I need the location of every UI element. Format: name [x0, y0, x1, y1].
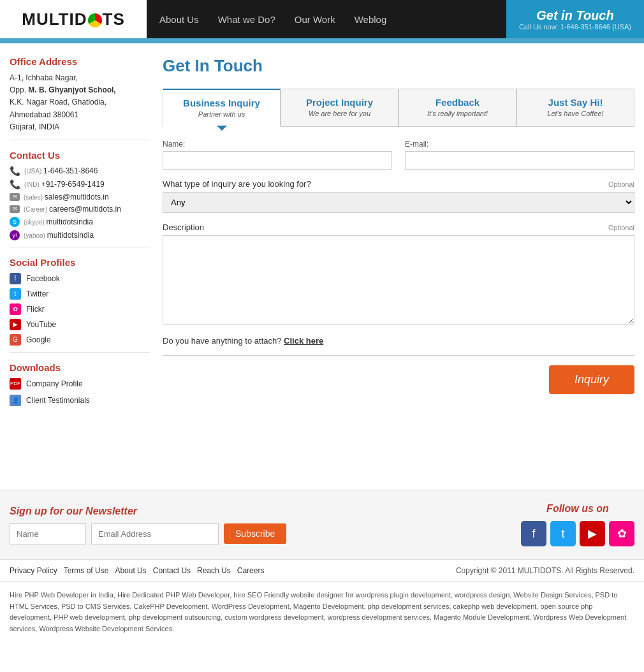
tab-feedback[interactable]: Feedback It's really important! [399, 89, 516, 127]
social-facebook[interactable]: f Facebook [10, 273, 150, 284]
phone-ind[interactable]: 📞 (IND) +91-79-6549-1419 [10, 179, 150, 189]
pdf-icon: PDF [10, 378, 21, 390]
tabs: Business Inquiry Partner with us Project… [163, 89, 634, 127]
email-label: E-mail: [405, 140, 634, 149]
yahoo-contact[interactable]: y! (yahoo) multidotsindia [10, 230, 150, 240]
tab-business[interactable]: Business Inquiry Partner with us [163, 89, 281, 127]
submit-button[interactable]: Inquiry [549, 365, 634, 394]
footer-careers[interactable]: Careers [237, 566, 265, 575]
follow-facebook[interactable]: f [521, 521, 546, 546]
nav-weblog[interactable]: Weblog [355, 14, 387, 25]
logo-area[interactable]: MULTIDTS [0, 0, 147, 38]
attach-link[interactable]: Click here [284, 336, 323, 346]
main-nav: About Us What we Do? Our Work Weblog [147, 14, 506, 25]
inquiry-type-label: What type of inquiry are you looking for… [163, 179, 311, 189]
contact-title: Contact Us [10, 150, 150, 161]
twitter-icon: t [10, 288, 21, 300]
content-area: Get In Touch Business Inquiry Partner wi… [163, 56, 634, 477]
google-icon: G [10, 334, 21, 346]
phone-usa[interactable]: 📞 (USA) 1-646-351-8646 [10, 166, 150, 176]
description-optional: Optional [608, 224, 634, 231]
follow-youtube[interactable]: ▶ [580, 521, 605, 546]
newsletter-name-input[interactable] [10, 523, 86, 544]
email-input[interactable] [405, 151, 634, 170]
social-flickr[interactable]: ✿ Flickr [10, 303, 150, 315]
follow-title: Follow us on [521, 503, 634, 515]
inquiry-type-select[interactable]: Any Business Inquiry Project Inquiry Fee… [163, 192, 634, 213]
facebook-icon: f [10, 273, 21, 284]
follow-twitter[interactable]: t [550, 521, 576, 546]
address-text: A-1, Ichhaba Nagar, Opp. M. B. Ghyanjyot… [10, 72, 150, 133]
nav-about[interactable]: About Us [159, 14, 199, 25]
footer-contact[interactable]: Contact Us [153, 566, 191, 575]
cta-sub-text: Call Us now: 1-646-351-8646 (USA) [519, 23, 631, 31]
footer-about[interactable]: About Us [115, 566, 146, 575]
newsletter-section: Sign up for our Newsletter Subscribe Fol… [0, 490, 644, 559]
page-title: Get In Touch [163, 56, 634, 76]
cta-button[interactable]: Get in Touch Call Us now: 1-646-351-8646… [506, 0, 644, 38]
header: MULTIDTS About Us What we Do? Our Work W… [0, 0, 644, 38]
person-icon: 👤 [10, 395, 21, 406]
footer-copyright: Copyright © 2011 MULTIDOTS. All Rights R… [456, 566, 634, 575]
newsletter-right: Follow us on f t ▶ ✿ [521, 503, 634, 546]
tab-project[interactable]: Project Inquiry We are here for you [281, 89, 399, 127]
newsletter-form: Subscribe [10, 523, 286, 544]
name-input[interactable] [163, 151, 392, 170]
logo[interactable]: MULTIDTS [22, 10, 125, 29]
download-testimonials[interactable]: 👤 Client Testimonials [10, 395, 150, 406]
attach-row: Do you have anything to attach? Click he… [163, 336, 634, 346]
description-label: Description [163, 223, 204, 232]
footer-reach[interactable]: Reach Us [197, 566, 231, 575]
skype-contact[interactable]: S (skype) multidotsindia [10, 217, 150, 227]
social-twitter[interactable]: t Twitter [10, 288, 150, 300]
downloads-title: Downloads [10, 362, 150, 373]
nav-work[interactable]: Our Work [295, 14, 335, 25]
phone-icon: 📞 [10, 166, 20, 176]
skype-icon: S [10, 217, 20, 227]
sidebar: Office Address A-1, Ichhaba Nagar, Opp. … [10, 56, 150, 477]
social-google[interactable]: G Google [10, 334, 150, 346]
follow-flickr[interactable]: ✿ [609, 521, 634, 546]
footer-seo: Hire PHP Web Developer in India, Hire De… [0, 581, 644, 642]
tab-sayhii[interactable]: Just Say Hi! Let's have Coffee! [516, 89, 634, 127]
nav-what[interactable]: What we Do? [218, 14, 275, 25]
name-label: Name: [163, 140, 392, 149]
newsletter-title: Sign up for our Newsletter [10, 506, 286, 517]
social-youtube[interactable]: ▶ YouTube [10, 319, 150, 330]
address-line2: Opp. M. B. Ghyanjyot School, [10, 85, 116, 94]
blue-strip [0, 38, 644, 43]
youtube-icon: ▶ [10, 319, 21, 330]
description-textarea[interactable] [163, 235, 634, 325]
phone-icon-2: 📞 [10, 179, 20, 189]
email-icon-2: ✉ [10, 205, 20, 213]
main-wrapper: Office Address A-1, Ichhaba Nagar, Opp. … [0, 43, 644, 490]
email-career[interactable]: ✉ (Career) careers@multidots.in [10, 205, 150, 214]
follow-icons: f t ▶ ✿ [521, 521, 634, 546]
footer-links: Privacy Policy Terms of Use About Us Con… [0, 559, 644, 581]
flickr-icon: ✿ [10, 303, 21, 315]
download-company-profile[interactable]: PDF Company Profile [10, 378, 150, 390]
footer-terms[interactable]: Terms of Use [64, 566, 109, 575]
newsletter-left: Sign up for our Newsletter Subscribe [10, 506, 286, 544]
footer-links-left: Privacy Policy Terms of Use About Us Con… [10, 566, 264, 575]
subscribe-button[interactable]: Subscribe [224, 523, 286, 544]
email-sales[interactable]: ✉ (sales) sales@multidots.in [10, 193, 150, 201]
footer-privacy[interactable]: Privacy Policy [10, 566, 57, 575]
inquiry-form: Name: E-mail: What type of inquiry are y… [163, 140, 634, 394]
email-icon: ✉ [10, 193, 20, 201]
cta-main-text: Get in Touch [536, 8, 613, 23]
yahoo-icon: y! [10, 230, 20, 240]
social-title: Social Profiles [10, 257, 150, 268]
address-title: Office Address [10, 56, 150, 67]
inquiry-optional: Optional [608, 180, 634, 188]
newsletter-email-input[interactable] [91, 523, 219, 544]
